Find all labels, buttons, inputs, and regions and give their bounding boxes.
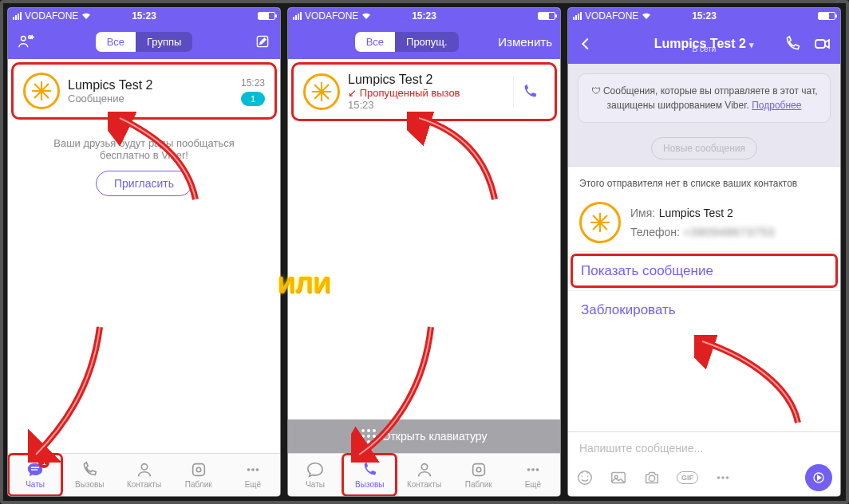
wifi-icon — [361, 12, 371, 20]
avatar — [23, 73, 60, 109]
seg-groups[interactable]: Группы — [136, 32, 192, 52]
carrier-label: VODAFONE — [25, 10, 78, 22]
svg-point-26 — [536, 468, 539, 471]
chat-preview: Сообщение — [68, 93, 233, 104]
open-keypad[interactable]: Открыть клавиатуру — [288, 419, 560, 453]
status-bar: VODAFONE 15:23 — [568, 8, 840, 24]
unread-badge: 1 — [241, 92, 265, 106]
call-button[interactable] — [513, 76, 545, 108]
signal-icon — [13, 12, 22, 20]
phone-calls: VODAFONE 15:23 Все Пропущ. Изменить Lump… — [288, 8, 560, 496]
svg-point-25 — [531, 468, 535, 471]
encryption-notice: 🛡 Сообщения, которые вы отправляете в эт… — [578, 73, 831, 123]
message-input[interactable]: Напишите сообщение... — [576, 437, 832, 459]
gif-icon[interactable]: GIF — [677, 471, 698, 484]
sender-phone: +380948673753 — [683, 226, 775, 238]
seg-missed[interactable]: Пропущ. — [395, 32, 459, 52]
tab-more[interactable]: Ещё — [506, 454, 560, 496]
tab-chats[interactable]: 1 Чаты — [8, 454, 62, 496]
phone-chats: VODAFONE 15:23 Все Группы Lumpics Test 2… — [8, 8, 280, 496]
seg-all[interactable]: Все — [355, 32, 395, 52]
status-bar: VODAFONE 15:23 — [288, 8, 560, 24]
tab-calls[interactable]: Вызовы — [342, 454, 397, 496]
avatar — [303, 73, 340, 110]
segment-control[interactable]: Все Пропущ. — [355, 32, 459, 52]
status-bar: VODAFONE 15:23 — [8, 8, 280, 24]
nav-bar: Все Группы — [8, 24, 280, 59]
svg-point-9 — [39, 89, 44, 93]
phone-chat-detail: VODAFONE 15:23 Lumpics Test 2 ▾ В сети 🛡… — [568, 8, 840, 496]
learn-more-link[interactable]: Подробнее — [752, 100, 801, 111]
battery-icon — [258, 12, 275, 20]
tab-contacts[interactable]: Контакты — [116, 454, 171, 496]
svg-point-13 — [247, 468, 251, 471]
svg-point-36 — [649, 475, 654, 481]
new-group-icon[interactable] — [16, 32, 35, 51]
svg-point-23 — [476, 467, 481, 472]
keypad-icon — [361, 429, 376, 443]
call-name: Lumpics Test 2 — [348, 73, 505, 87]
tab-public[interactable]: Паблик — [172, 454, 226, 496]
invite-block: Ваши друзья будут рады пообщаться беспла… — [8, 123, 280, 211]
or-label: ИЛИ — [278, 271, 331, 298]
sender-name: Lumpics Test 2 — [659, 207, 733, 219]
new-messages-pill: Новые сообщения — [651, 137, 757, 159]
unknown-sender-sheet: Этого отправителя нет в списке ваших кон… — [568, 166, 840, 431]
tab-chats[interactable]: Чаты — [288, 454, 342, 496]
segment-control[interactable]: Все Группы — [96, 32, 193, 52]
call-time: 15:23 — [348, 99, 505, 111]
svg-point-14 — [251, 468, 255, 471]
svg-point-10 — [141, 464, 147, 470]
shield-icon: 🛡 — [591, 85, 601, 96]
invite-text: Ваши друзья будут рады пообщаться беспла… — [32, 137, 256, 161]
sheet-title: Этого отправителя нет в списке ваших кон… — [568, 167, 840, 194]
presence-label: В сети — [568, 45, 840, 53]
edit-button[interactable]: Изменить — [498, 35, 552, 49]
compose-icon[interactable] — [253, 32, 272, 51]
tab-calls[interactable]: Вызовы — [62, 454, 116, 496]
tab-bar: Чаты Вызовы Контакты Паблик Ещё — [288, 453, 560, 496]
svg-rect-22 — [472, 464, 484, 476]
svg-point-33 — [579, 471, 592, 485]
nav-bar: Lumpics Test 2 ▾ В сети — [568, 24, 840, 64]
svg-point-15 — [256, 468, 259, 471]
tab-more[interactable]: Ещё — [226, 454, 280, 496]
tab-badge: 1 — [38, 457, 49, 468]
more-icon[interactable] — [714, 469, 732, 486]
composer: Напишите сообщение... GIF — [568, 431, 840, 496]
wifi-icon — [81, 12, 91, 20]
tab-contacts[interactable]: Контакты — [397, 454, 451, 496]
chat-time: 15:23 — [241, 77, 265, 89]
chat-name: Lumpics Test 2 — [68, 78, 233, 93]
svg-point-12 — [196, 467, 201, 472]
svg-point-24 — [527, 468, 531, 471]
nav-bar: Все Пропущ. Изменить — [288, 24, 560, 59]
call-missed: ↙ Пропущенный вызов — [348, 87, 505, 99]
sticker-icon[interactable] — [576, 469, 594, 486]
svg-point-38 — [721, 476, 725, 479]
tab-bar: 1 Чаты Вызовы Контакты Паблик Ещё — [8, 453, 280, 496]
seg-all[interactable]: Все — [96, 32, 136, 52]
show-message-button[interactable]: Показать сообщение — [568, 251, 840, 290]
chat-row[interactable]: Lumpics Test 2 Сообщение 15:23 1 — [11, 62, 277, 120]
avatar — [579, 202, 621, 243]
svg-point-21 — [421, 464, 427, 470]
gallery-icon[interactable] — [610, 469, 627, 486]
wifi-icon — [642, 12, 651, 20]
block-button[interactable]: Заблокировать — [568, 290, 840, 329]
camera-icon[interactable] — [643, 469, 661, 486]
call-row[interactable]: Lumpics Test 2 ↙ Пропущенный вызов 15:23 — [291, 62, 557, 121]
invite-button[interactable]: Пригласить — [96, 171, 192, 196]
svg-rect-11 — [192, 464, 204, 476]
svg-point-32 — [598, 220, 602, 225]
tab-public[interactable]: Паблик — [452, 454, 506, 496]
svg-point-0 — [22, 37, 26, 41]
svg-point-39 — [726, 476, 729, 479]
svg-point-20 — [319, 89, 324, 94]
send-button[interactable] — [805, 464, 832, 491]
svg-point-37 — [717, 476, 721, 479]
